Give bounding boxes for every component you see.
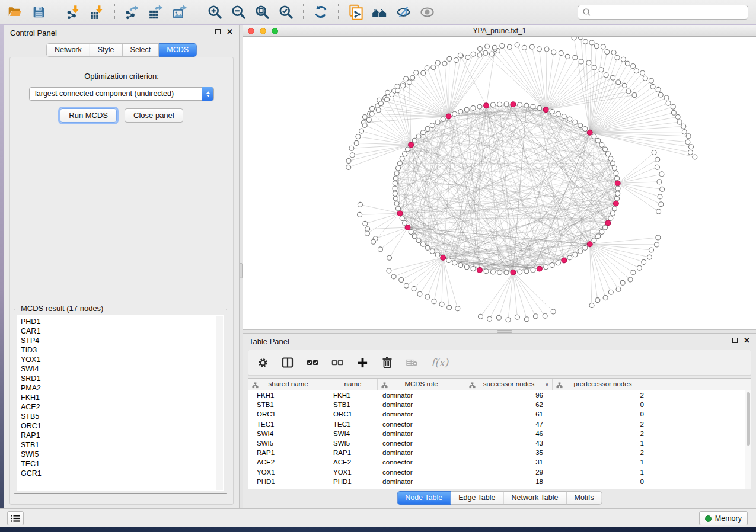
- table-cell[interactable]: FKH1: [248, 390, 328, 400]
- graph-node[interactable]: [524, 269, 529, 274]
- graph-node-mcds[interactable]: [587, 242, 592, 247]
- graph-node[interactable]: [605, 50, 610, 55]
- table-row[interactable]: RAP1RAP1dominator352: [248, 448, 745, 457]
- graph-node-mcds[interactable]: [405, 225, 410, 230]
- graph-node[interactable]: [359, 129, 364, 133]
- scrollbar-thumb[interactable]: [747, 392, 750, 446]
- graph-node[interactable]: [365, 231, 369, 236]
- graph-node[interactable]: [409, 230, 413, 235]
- graph-node[interactable]: [504, 102, 509, 107]
- table-cell[interactable]: dominator: [378, 429, 465, 438]
- table-cell[interactable]: 1: [553, 467, 653, 477]
- graph-node[interactable]: [537, 105, 542, 110]
- table-cell[interactable]: 46: [465, 429, 553, 438]
- table-row[interactable]: FKH1FKH1dominator962: [248, 390, 745, 400]
- graph-node[interactable]: [550, 263, 554, 268]
- table-row[interactable]: TEC1TEC1connector472: [248, 419, 745, 429]
- column-header-successor-nodes[interactable]: successor nodes ∨: [465, 379, 553, 390]
- refresh-icon[interactable]: [312, 3, 330, 21]
- close-panel-icon[interactable]: ✕: [744, 338, 750, 343]
- graph-node[interactable]: [435, 120, 440, 124]
- table-cell[interactable]: SWI5: [328, 438, 378, 448]
- table-cell[interactable]: TEC1: [248, 419, 328, 429]
- graph-node[interactable]: [369, 111, 374, 116]
- show-graphics-details-icon[interactable]: [418, 3, 436, 21]
- graph-node[interactable]: [524, 317, 529, 322]
- graph-node[interactable]: [579, 59, 583, 64]
- tab-network[interactable]: Network: [46, 43, 90, 57]
- graph-node[interactable]: [595, 298, 600, 303]
- mcds-list-scrollbar[interactable]: [216, 316, 223, 490]
- table-cell[interactable]: 43: [465, 438, 553, 448]
- graph-node[interactable]: [596, 138, 601, 143]
- graph-node[interactable]: [504, 270, 509, 275]
- column-header-shared-name[interactable]: shared name: [248, 379, 328, 390]
- graph-node[interactable]: [358, 202, 362, 207]
- graph-node[interactable]: [655, 157, 660, 162]
- graph-node-mcds[interactable]: [446, 114, 451, 119]
- table-cell[interactable]: 31: [465, 457, 553, 467]
- graph-node[interactable]: [551, 50, 556, 55]
- graph-node-mcds[interactable]: [615, 181, 620, 186]
- graph-node-mcds[interactable]: [511, 270, 516, 275]
- table-cell[interactable]: SWI4: [328, 429, 378, 438]
- table-cell[interactable]: 62: [465, 400, 553, 409]
- graph-node[interactable]: [471, 52, 476, 56]
- graph-node[interactable]: [507, 44, 512, 49]
- graph-node[interactable]: [376, 108, 381, 113]
- graph-node[interactable]: [614, 171, 618, 175]
- graph-node[interactable]: [425, 294, 430, 299]
- graph-node[interactable]: [567, 255, 572, 260]
- mcds-result-item[interactable]: SWI4: [21, 364, 224, 374]
- mcds-result-item[interactable]: PHD1: [21, 317, 224, 326]
- graph-node[interactable]: [349, 146, 354, 150]
- graph-node[interactable]: [354, 140, 359, 145]
- graph-node[interactable]: [478, 46, 483, 51]
- graph-node[interactable]: [393, 176, 398, 181]
- graph-node[interactable]: [441, 117, 445, 121]
- graph-node[interactable]: [425, 127, 430, 132]
- graph-node[interactable]: [417, 291, 422, 296]
- zoom-selected-icon[interactable]: [277, 3, 295, 21]
- graph-node[interactable]: [407, 80, 412, 85]
- graph-node[interactable]: [613, 166, 617, 171]
- graph-node[interactable]: [406, 147, 410, 152]
- graph-node[interactable]: [652, 150, 656, 155]
- graph-node[interactable]: [362, 123, 367, 127]
- graph-node[interactable]: [611, 75, 615, 80]
- mcds-result-item[interactable]: TID3: [21, 345, 224, 355]
- graph-node[interactable]: [647, 255, 652, 259]
- graph-node[interactable]: [395, 88, 400, 93]
- graph-node[interactable]: [471, 105, 476, 110]
- graph-node-mcds[interactable]: [409, 142, 414, 148]
- graph-node[interactable]: [686, 134, 691, 139]
- graph-node[interactable]: [387, 268, 391, 273]
- network-titlebar[interactable]: YPA_prune.txt_1: [243, 25, 756, 37]
- graph-node[interactable]: [477, 53, 482, 57]
- table-row[interactable]: SWI4SWI4dominator462: [248, 429, 745, 438]
- table-cell[interactable]: 35: [465, 448, 553, 457]
- graph-node[interactable]: [649, 248, 654, 252]
- delete-columns-trash-icon[interactable]: [381, 357, 393, 368]
- table-cell[interactable]: dominator: [378, 390, 465, 400]
- graph-node[interactable]: [492, 45, 497, 50]
- graph-node[interactable]: [362, 115, 367, 120]
- column-manager-icon[interactable]: [282, 357, 294, 368]
- graph-node[interactable]: [689, 145, 694, 149]
- column-header-predecessor-nodes[interactable]: predecessor nodes: [553, 379, 653, 390]
- graph-node[interactable]: [483, 50, 488, 55]
- graph-node-mcds[interactable]: [477, 268, 483, 273]
- table-row[interactable]: ACE2ACE2connector311: [248, 457, 745, 467]
- table-row[interactable]: ORC1ORC1dominator610: [248, 409, 745, 419]
- mcds-result-item[interactable]: SWI5: [21, 450, 224, 459]
- graph-node[interactable]: [664, 95, 669, 100]
- graph-node[interactable]: [396, 166, 401, 171]
- graph-node[interactable]: [400, 216, 404, 220]
- table-row[interactable]: YOX1YOX1connector291: [248, 467, 745, 477]
- graph-node[interactable]: [659, 202, 664, 207]
- graph-node[interactable]: [660, 187, 665, 191]
- graph-node[interactable]: [601, 44, 605, 49]
- table-cell[interactable]: 2: [553, 419, 653, 429]
- table-cell[interactable]: 96: [465, 390, 553, 400]
- table-cell[interactable]: dominator: [378, 448, 465, 457]
